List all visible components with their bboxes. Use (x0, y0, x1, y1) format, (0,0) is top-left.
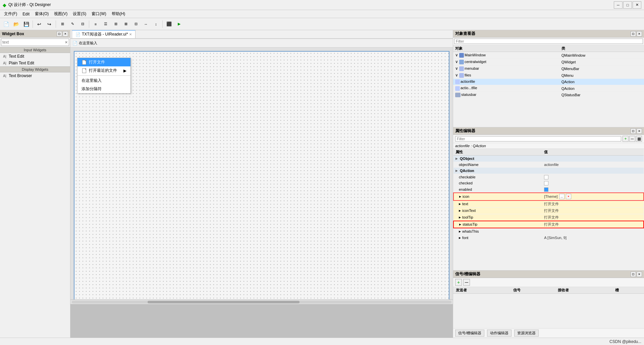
menu-edit[interactable]: Edit (20, 11, 32, 17)
dropdown-item-open-file[interactable]: 打开文件 (77, 58, 130, 66)
prop-remove-btn[interactable]: ─ (629, 136, 635, 142)
menu-file[interactable]: 文件(F) (1, 10, 20, 17)
toolbar-grid-layout[interactable]: ⊞ (111, 19, 120, 29)
menu-view[interactable]: 视图(V) (51, 10, 70, 17)
menu-form[interactable]: 窗体(O) (32, 10, 51, 17)
prop-view-btn[interactable]: ▦ (636, 136, 642, 142)
maximize-button[interactable]: □ (623, 1, 632, 9)
checkable-checkbox[interactable] (544, 175, 548, 179)
menu-window[interactable]: 窗口(W) (89, 10, 109, 17)
icon-clear-btn[interactable]: ✕ (566, 194, 571, 199)
prop-row-icon[interactable]: ▸icon [Theme] ... ✕ (453, 193, 644, 200)
toolbar-preview[interactable]: ▶ (174, 19, 184, 29)
widget-item-text-edit[interactable]: A| Text Edit (0, 53, 70, 60)
obj-inspector-float-btn[interactable]: ⊡ (631, 31, 636, 37)
whatsthis-expand-toggle[interactable]: ▸ (459, 229, 461, 234)
obj-filter-input[interactable] (454, 39, 643, 44)
toolbar-v-layout[interactable]: ☰ (101, 19, 110, 29)
prop-row-text[interactable]: ▸text 打开文件 (453, 200, 644, 208)
statustip-expand-toggle[interactable]: ▸ (459, 222, 461, 227)
icon-edit-btn[interactable]: ... (559, 194, 565, 199)
prop-row-tooltip[interactable]: ▸toolTip 打开文件 (453, 214, 644, 221)
prop-row-enabled[interactable]: enabled (453, 186, 644, 193)
canvas-scrollbar-h[interactable] (70, 299, 453, 304)
prop-row-objectname[interactable]: objectName actionfile (453, 162, 644, 168)
icon-expand-toggle[interactable]: ▸ (459, 194, 461, 199)
icontext-expand-toggle[interactable]: ▸ (459, 208, 461, 213)
widget-item-text-browser[interactable]: A| Text Browser (0, 72, 70, 79)
widget-search-box[interactable]: ✕ (1, 39, 69, 46)
signal-tab-action-editor[interactable]: 动作编辑器 (487, 330, 512, 337)
checked-checkbox[interactable] (544, 181, 548, 185)
signal-tab-signal-slot[interactable]: 信号/槽编辑器 (455, 330, 484, 337)
prop-row-whatsthis[interactable]: ▸whatsThis (453, 228, 644, 235)
scrollbar-thumb[interactable] (148, 301, 300, 303)
prop-filter-input[interactable] (455, 136, 621, 141)
canvas-tab-active[interactable]: 📄 TXT阅读器 - UIReader.ui* ✕ (72, 30, 136, 38)
signal-tab-resource-browser[interactable]: 资源浏览器 (514, 330, 539, 337)
toolbar-expand-v[interactable]: ↕ (151, 19, 161, 29)
prop-add-btn[interactable]: + (623, 136, 629, 142)
signal-remove-btn[interactable]: ─ (463, 279, 470, 286)
obj-inspector-close-btn[interactable]: ✕ (637, 31, 642, 37)
prop-row-checkable[interactable]: checkable (453, 174, 644, 180)
prop-icon-value[interactable]: [Theme] ... ✕ (542, 193, 643, 200)
dropdown-item-recent[interactable]: 打开最近的文件 ▶ (77, 66, 130, 75)
font-expand-toggle[interactable]: ▸ (459, 235, 461, 240)
prop-checkable-value[interactable] (542, 174, 644, 180)
menu-settings[interactable]: 设置(S) (70, 10, 89, 17)
search-clear-icon[interactable]: ✕ (65, 40, 68, 45)
dropdown-item-input[interactable]: 在这里输入 (77, 76, 130, 85)
tooltip-expand-toggle[interactable]: ▸ (459, 215, 461, 220)
prop-font-value[interactable]: A [SimSun, 9] (542, 234, 644, 241)
toolbar-stop[interactable]: ⬛ (164, 19, 174, 29)
prop-statustip-value[interactable]: 打开文件 (542, 221, 644, 228)
prop-objectname-value[interactable]: actionfile (542, 162, 644, 168)
widget-item-plain-text-edit[interactable]: A| Plain Text Edit (0, 60, 70, 66)
menu-help[interactable]: 帮助(H) (109, 10, 128, 17)
prop-row-statustip[interactable]: ▸statusTip 打开文件 (453, 221, 644, 228)
prop-icontext-value[interactable]: 打开文件 (542, 207, 644, 214)
prop-row-checked[interactable]: checked (453, 180, 644, 186)
canvas-tab-close[interactable]: ✕ (129, 33, 132, 36)
obj-row-mainwindow[interactable]: ∨MainWindow QMainWindow (453, 52, 644, 59)
toolbar-break-layout[interactable]: ⊠ (121, 19, 130, 29)
toolbar-undo[interactable]: ↩ (35, 19, 44, 29)
toolbar-expand-h[interactable]: ↔ (141, 19, 151, 29)
close-button[interactable]: ✕ (633, 1, 641, 9)
obj-row-statusbar[interactable]: statusbar QStatusBar (453, 92, 644, 98)
toolbar-edit[interactable]: ✎ (68, 19, 77, 29)
obj-row-files[interactable]: ∨files QMenu (453, 72, 644, 79)
prop-tooltip-value[interactable]: 打开文件 (542, 214, 644, 221)
obj-row-menubar[interactable]: ∨menubar QMenuBar (453, 65, 644, 72)
prop-row-icontext[interactable]: ▸iconText 打开文件 (453, 207, 644, 214)
prop-whatsthis-value[interactable] (542, 228, 644, 235)
prop-editor-close-btn[interactable]: ✕ (637, 128, 642, 134)
obj-row-actiontfile[interactable]: actio...tfile QAction (453, 85, 644, 92)
prop-enabled-value[interactable] (542, 186, 644, 193)
widget-box-float-btn[interactable]: ⊡ (57, 31, 62, 37)
text-expand-toggle[interactable]: ▸ (459, 202, 461, 206)
toolbar-h-layout[interactable]: ≡ (91, 19, 100, 29)
signal-editor-float-btn[interactable]: ⊡ (631, 272, 636, 277)
toolbar-adjust[interactable]: ⊟ (131, 19, 141, 29)
obj-row-centralwidget[interactable]: ∨centralwidget QWidget (453, 59, 644, 65)
prop-row-font[interactable]: ▸font A [SimSun, 9] (453, 234, 644, 241)
qobject-toggle[interactable]: ▸ (455, 156, 458, 161)
qaction-toggle[interactable]: ▸ (455, 168, 458, 173)
toolbar-layout[interactable]: ⊟ (78, 19, 87, 29)
signal-add-btn[interactable]: + (455, 279, 462, 286)
minimize-button[interactable]: ─ (614, 1, 623, 9)
toolbar-save[interactable]: 💾 (21, 19, 31, 29)
toolbar-open[interactable]: 📂 (11, 19, 21, 29)
enabled-checkbox[interactable] (544, 187, 548, 192)
toolbar-redo[interactable]: ↪ (45, 19, 54, 29)
prop-text-value[interactable]: 打开文件 (542, 200, 644, 208)
widget-search-input[interactable] (2, 40, 65, 45)
signal-editor-close-btn[interactable]: ✕ (637, 272, 642, 277)
widget-box-close-btn[interactable]: ✕ (63, 31, 68, 37)
obj-row-actionfile[interactable]: actionfile QAction (453, 79, 644, 85)
toolbar-new[interactable]: 📄 (1, 19, 11, 29)
toolbar-select[interactable]: ⊞ (58, 19, 67, 29)
dropdown-item-add-sep[interactable]: 添加分隔符 (77, 85, 130, 93)
